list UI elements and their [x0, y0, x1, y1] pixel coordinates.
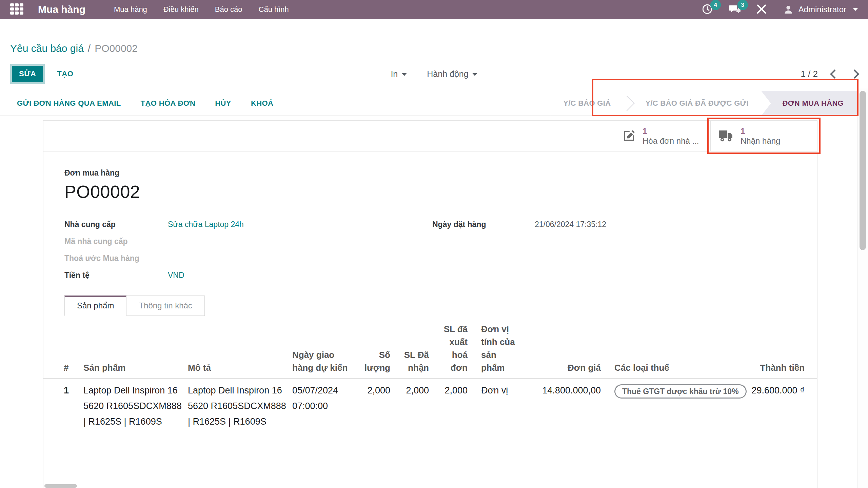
vendor-ref-value[interactable] [168, 235, 432, 247]
menu-dieu-khien[interactable]: Điều khiển [163, 5, 199, 14]
breadcrumb-separator: / [88, 43, 91, 54]
col-billed: SL đã xuất hoá đơn [435, 323, 468, 374]
main-menu: Mua hàng Điều khiển Báo cáo Cấu hình [114, 5, 289, 14]
action-dropdown[interactable]: Hành động [427, 69, 477, 79]
order-lines-header: # Sản phẩm Mô tả Ngày giao hàng dự kiến … [43, 316, 817, 379]
cancel-button[interactable]: HỦY [215, 99, 231, 108]
statusbar: GỬI ĐƠN HÀNG QUA EMAIL TẠO HÓA ĐƠN HỦY K… [0, 91, 868, 116]
menu-mua-hang[interactable]: Mua hàng [114, 5, 147, 14]
tax-badge: Thuế GTGT được khấu trừ 10% [614, 384, 747, 399]
messages-icon[interactable]: 3 [729, 3, 741, 16]
cell-qty: 2,000 [358, 383, 390, 398]
cell-taxes: Thuế GTGT được khấu trừ 10% [607, 383, 734, 399]
vendor-ref-label: Mã nhà cung cấp [64, 235, 168, 247]
tab-products[interactable]: Sản phẩm [64, 296, 126, 316]
form-sheet: 1 Hóa đơn nhà ... 1 Nhận hàng Đơn mua hà… [43, 120, 817, 488]
messages-badge: 3 [737, 0, 748, 10]
activities-clock-icon[interactable]: 4 [702, 3, 714, 16]
cell-billed: 2,000 [435, 383, 468, 398]
cell-product: Laptop Dell Inspiron 16 5620 R1605SDCXM8… [83, 383, 182, 429]
breadcrumb-parent[interactable]: Yêu cầu báo giá [10, 43, 84, 54]
create-button[interactable]: TẠO [57, 69, 73, 78]
pager-value: 1 / 2 [801, 69, 818, 79]
col-product: Sản phẩm [83, 361, 182, 374]
document-type-label: Đơn mua hàng [64, 168, 796, 178]
user-avatar-icon [783, 4, 794, 15]
vendor-bills-count: 1 [643, 126, 699, 136]
action-caret-icon [473, 73, 477, 76]
vendor-bills-label: Hóa đơn nhà ... [643, 136, 699, 146]
user-name: Administrator [798, 5, 846, 14]
edit-button[interactable]: SỬA [10, 64, 45, 84]
notebook-tabs: Sản phẩm Thông tin khác [43, 296, 817, 316]
truck-icon [718, 129, 734, 143]
cell-subtotal: 29.600.000 ₫ [740, 383, 817, 398]
pencil-square-icon [622, 128, 636, 143]
table-row[interactable]: 1 Laptop Dell Inspiron 16 5620 R1605SDCX… [43, 379, 817, 429]
control-panel: SỬA TẠO In Hành động 1 / 2 [0, 57, 868, 91]
supplier-label: Nhà cung cấp [64, 218, 168, 230]
step-rfq-sent[interactable]: Y/C BÁO GIÁ ĐÃ ĐƯỢC GỬI [632, 91, 761, 116]
app-title: Mua hàng [38, 4, 85, 15]
col-description: Mô tả [188, 361, 286, 374]
print-dropdown[interactable]: In [391, 69, 407, 79]
currency-label: Tiền tệ [64, 269, 168, 281]
receipt-label: Nhận hàng [741, 136, 780, 146]
page-title: PO00002 [64, 182, 796, 202]
col-price: Đơn giá [525, 361, 601, 374]
horizontal-scrollbar[interactable] [44, 484, 77, 488]
col-date: Ngày giao hàng dự kiến [292, 348, 352, 374]
col-subtotal: Thành tiền [740, 361, 817, 374]
cell-description: Laptop Dell Inspiron 16 5620 R1605SDCXM8… [188, 383, 286, 429]
cell-date: 05/07/2024 07:00:00 [292, 383, 352, 414]
col-taxes: Các loại thuế [607, 361, 734, 374]
col-uom: Đơn vị tính của sản phẩm [474, 323, 518, 374]
order-date-value[interactable]: 21/06/2024 17:35:12 [535, 218, 606, 230]
smart-button-row: 1 Hóa đơn nhà ... 1 Nhận hàng [43, 121, 817, 151]
receipt-smart-button[interactable]: 1 Nhận hàng [710, 121, 817, 151]
order-date-label: Ngày đặt hàng [432, 218, 535, 230]
pager-next-icon[interactable] [850, 69, 859, 79]
create-bill-button[interactable]: TẠO HÓA ĐƠN [141, 99, 196, 108]
cell-index: 1 [43, 383, 77, 398]
col-received: SL Đã nhận [396, 348, 429, 374]
agreement-label: Thoả ước Mua hàng [64, 252, 168, 264]
tools-wrench-icon[interactable] [756, 3, 768, 16]
receipt-count: 1 [741, 126, 780, 136]
step-separator-icon [624, 91, 632, 116]
vertical-scrollbar[interactable] [860, 91, 866, 250]
currency-value[interactable]: VND [168, 269, 432, 281]
breadcrumb-current: PO00002 [95, 43, 138, 54]
menu-bao-cao[interactable]: Báo cáo [215, 5, 242, 14]
step-rfq[interactable]: Y/C BÁO GIÁ [550, 91, 624, 116]
cell-price: 14.800.000,00 [525, 383, 601, 398]
supplier-value[interactable]: Sửa chữa Laptop 24h [168, 218, 432, 230]
col-index: # [43, 361, 77, 374]
vendor-bills-smart-button[interactable]: 1 Hóa đơn nhà ... [614, 121, 710, 151]
step-purchase-order[interactable]: ĐƠN MUA HÀNG [762, 91, 857, 116]
menu-cau-hinh[interactable]: Cấu hình [259, 5, 289, 14]
user-caret-icon [853, 8, 858, 11]
breadcrumb: Yêu cầu báo giá / PO00002 [0, 19, 868, 57]
top-navbar: Mua hàng Mua hàng Điều khiển Báo cáo Cấu… [0, 0, 868, 19]
status-pipeline: Y/C BÁO GIÁ Y/C BÁO GIÁ ĐÃ ĐƯỢC GỬI ĐƠN … [550, 91, 857, 116]
activities-badge: 4 [710, 0, 721, 10]
send-by-email-button[interactable]: GỬI ĐƠN HÀNG QUA EMAIL [17, 99, 121, 108]
col-qty: Số lượng [358, 348, 390, 374]
cell-uom: Đơn vị [474, 383, 518, 398]
print-caret-icon [402, 73, 407, 76]
tab-other-info[interactable]: Thông tin khác [126, 296, 204, 316]
cell-received: 2,000 [396, 383, 429, 398]
pager-previous-icon[interactable] [830, 69, 839, 79]
apps-grid-icon[interactable] [10, 3, 24, 16]
user-menu[interactable]: Administrator [783, 4, 858, 15]
lock-button[interactable]: KHOÁ [251, 99, 273, 108]
agreement-value[interactable] [168, 252, 432, 264]
